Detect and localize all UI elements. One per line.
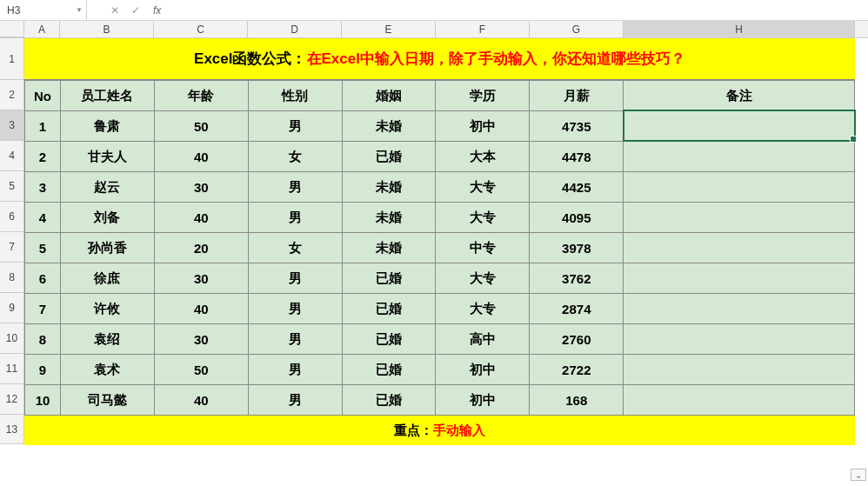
cell-marriage[interactable]: 已婚: [342, 294, 436, 324]
cell-edu[interactable]: 大专: [436, 203, 530, 233]
cell-no[interactable]: 7: [25, 294, 61, 324]
cell-age[interactable]: 40: [154, 294, 248, 324]
cell-no[interactable]: 2: [25, 142, 61, 172]
cell-salary[interactable]: 4425: [530, 172, 624, 203]
cell-age[interactable]: 20: [154, 233, 248, 263]
cell-marriage[interactable]: 未婚: [342, 233, 436, 263]
cell-gender[interactable]: 男: [248, 172, 342, 203]
column-header-F[interactable]: F: [436, 21, 530, 37]
cell-edu[interactable]: 初中: [436, 385, 530, 416]
cell-edu[interactable]: 中专: [436, 233, 530, 263]
row-header-3[interactable]: 3: [0, 110, 24, 141]
cell-name[interactable]: 刘备: [60, 203, 154, 233]
cell-salary[interactable]: 2722: [530, 355, 624, 385]
cell-marriage[interactable]: 已婚: [342, 385, 436, 416]
row-header-8[interactable]: 8: [0, 263, 24, 293]
table-header-cell[interactable]: 员工姓名: [60, 81, 154, 111]
cell-name[interactable]: 袁绍: [60, 324, 154, 355]
column-header-H[interactable]: H: [624, 21, 855, 37]
cell-name[interactable]: 赵云: [60, 172, 154, 203]
table-header-cell[interactable]: No: [25, 81, 61, 111]
cell-no[interactable]: 5: [25, 233, 61, 263]
cell-salary[interactable]: 4095: [530, 203, 624, 233]
cell-age[interactable]: 40: [154, 142, 248, 172]
cell-marriage[interactable]: 已婚: [342, 263, 436, 294]
cell-gender[interactable]: 男: [248, 355, 342, 385]
column-header-B[interactable]: B: [60, 21, 154, 37]
cell-no[interactable]: 4: [25, 203, 61, 233]
row-header-2[interactable]: 2: [0, 80, 24, 110]
cell-remark[interactable]: [624, 172, 855, 203]
column-header-C[interactable]: C: [154, 21, 248, 37]
name-box[interactable]: H3 ▼: [0, 0, 87, 20]
row-header-7[interactable]: 7: [0, 232, 24, 263]
cell-salary[interactable]: 2874: [530, 294, 624, 324]
cell-age[interactable]: 30: [154, 324, 248, 355]
cell-age[interactable]: 50: [154, 355, 248, 385]
cells-area[interactable]: Excel函数公式： 在Excel中输入日期，除了手动输入，你还知道哪些技巧？ …: [24, 38, 855, 445]
cell-marriage[interactable]: 已婚: [342, 324, 436, 355]
table-header-cell[interactable]: 性别: [248, 81, 342, 111]
table-header-cell[interactable]: 婚姻: [342, 81, 436, 111]
title-merged-cell[interactable]: Excel函数公式： 在Excel中输入日期，除了手动输入，你还知道哪些技巧？: [24, 38, 855, 80]
cell-name[interactable]: 司马懿: [60, 385, 154, 416]
cell-remark[interactable]: [624, 263, 855, 294]
cell-salary[interactable]: 4478: [530, 142, 624, 172]
cell-no[interactable]: 9: [25, 355, 61, 385]
cell-no[interactable]: 1: [25, 111, 61, 142]
cell-edu[interactable]: 大本: [436, 142, 530, 172]
cancel-button[interactable]: ✕: [104, 4, 125, 17]
row-header-1[interactable]: 1: [0, 38, 24, 80]
cell-no[interactable]: 8: [25, 324, 61, 355]
column-header-E[interactable]: E: [342, 21, 436, 37]
cell-no[interactable]: 3: [25, 172, 61, 203]
cell-age[interactable]: 40: [154, 203, 248, 233]
cell-no[interactable]: 6: [25, 263, 61, 294]
cell-remark[interactable]: [624, 385, 855, 416]
cell-name[interactable]: 袁术: [60, 355, 154, 385]
cell-remark[interactable]: [624, 294, 855, 324]
cell-edu[interactable]: 大专: [436, 294, 530, 324]
cell-remark[interactable]: [624, 355, 855, 385]
cell-marriage[interactable]: 已婚: [342, 142, 436, 172]
cell-age[interactable]: 30: [154, 263, 248, 294]
cell-gender[interactable]: 女: [248, 233, 342, 263]
select-all-corner[interactable]: [0, 21, 24, 37]
cell-name[interactable]: 甘夫人: [60, 142, 154, 172]
table-header-cell[interactable]: 月薪: [530, 81, 624, 111]
cell-remark[interactable]: [624, 203, 855, 233]
cell-marriage[interactable]: 未婚: [342, 111, 436, 142]
confirm-button[interactable]: ✓: [125, 4, 146, 17]
cell-edu[interactable]: 初中: [436, 111, 530, 142]
cell-remark[interactable]: [624, 233, 855, 263]
row-header-6[interactable]: 6: [0, 202, 24, 232]
cell-gender[interactable]: 男: [248, 111, 342, 142]
table-header-cell[interactable]: 学历: [436, 81, 530, 111]
table-header-cell[interactable]: 年龄: [154, 81, 248, 111]
row-header-11[interactable]: 11: [0, 354, 24, 384]
cell-gender[interactable]: 女: [248, 142, 342, 172]
cell-marriage[interactable]: 已婚: [342, 355, 436, 385]
cell-name[interactable]: 徐庶: [60, 263, 154, 294]
cell-gender[interactable]: 男: [248, 294, 342, 324]
cell-salary[interactable]: 2760: [530, 324, 624, 355]
cell-edu[interactable]: 大专: [436, 263, 530, 294]
cell-salary[interactable]: 168: [530, 385, 624, 416]
cell-gender[interactable]: 男: [248, 324, 342, 355]
footer-merged-cell[interactable]: 重点： 手动输入: [24, 416, 855, 445]
cell-remark[interactable]: [624, 142, 855, 172]
cell-no[interactable]: 10: [25, 385, 61, 416]
table-header-cell[interactable]: 备注: [624, 81, 855, 111]
column-header-G[interactable]: G: [530, 21, 624, 37]
row-header-4[interactable]: 4: [0, 141, 24, 171]
cell-age[interactable]: 50: [154, 111, 248, 142]
cell-remark[interactable]: [624, 324, 855, 355]
cell-salary[interactable]: 3762: [530, 263, 624, 294]
cell-name[interactable]: 孙尚香: [60, 233, 154, 263]
cell-salary[interactable]: 4735: [530, 111, 624, 142]
chevron-down-icon[interactable]: ▼: [76, 6, 83, 14]
cell-gender[interactable]: 男: [248, 203, 342, 233]
cell-edu[interactable]: 高中: [436, 324, 530, 355]
cell-name[interactable]: 鲁肃: [60, 111, 154, 142]
cell-marriage[interactable]: 未婚: [342, 203, 436, 233]
